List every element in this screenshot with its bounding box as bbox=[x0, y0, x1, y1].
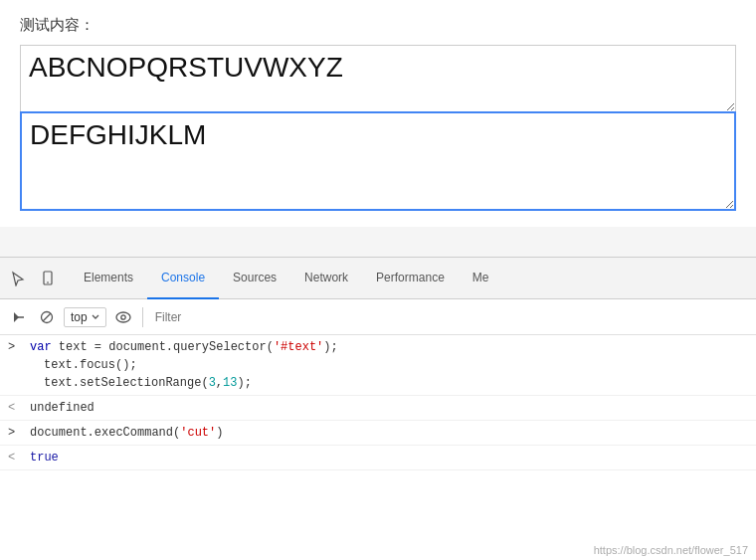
devtools-panel: Elements Console Sources Network Perform… bbox=[0, 257, 756, 560]
console-output: > var text = document.querySelector('#te… bbox=[0, 335, 756, 560]
tab-elements[interactable]: Elements bbox=[70, 258, 147, 299]
cursor-icon[interactable] bbox=[6, 267, 30, 290]
code-content-3: document.execCommand('cut') bbox=[30, 424, 748, 442]
prompt-right-1: > bbox=[8, 338, 22, 356]
content-label: 测试内容： bbox=[20, 16, 736, 35]
tab-sources[interactable]: Sources bbox=[219, 258, 290, 299]
mobile-icon[interactable] bbox=[36, 267, 60, 290]
eye-icon[interactable] bbox=[112, 306, 134, 328]
tab-console[interactable]: Console bbox=[147, 258, 219, 299]
console-toolbar: top bbox=[0, 299, 756, 335]
svg-point-6 bbox=[116, 312, 130, 322]
prompt-left-1: < bbox=[8, 399, 22, 417]
devtools-icon-group bbox=[6, 267, 60, 290]
tab-more[interactable]: Me bbox=[459, 258, 503, 299]
console-line-4: < true bbox=[0, 446, 756, 470]
filter-input[interactable] bbox=[151, 308, 748, 326]
main-content: 测试内容： ABCNOPQRSTUVWXYZ DEFGHIJKLM bbox=[0, 0, 756, 227]
tab-performance[interactable]: Performance bbox=[362, 258, 459, 299]
textarea-bottom[interactable]: DEFGHIJKLM bbox=[20, 111, 736, 211]
code-content-2: undefined bbox=[30, 399, 748, 417]
tab-network[interactable]: Network bbox=[290, 258, 362, 299]
console-line-3: > document.execCommand('cut') bbox=[0, 421, 756, 446]
svg-point-7 bbox=[120, 314, 124, 318]
prompt-right-2: > bbox=[8, 424, 22, 442]
textarea-top[interactable]: ABCNOPQRSTUVWXYZ bbox=[20, 45, 736, 112]
code-content-1: var text = document.querySelector('#text… bbox=[30, 338, 748, 392]
code-content-4: true bbox=[30, 449, 748, 467]
prompt-left-2: < bbox=[8, 449, 22, 467]
devtools-tabs-bar: Elements Console Sources Network Perform… bbox=[0, 258, 756, 299]
svg-line-5 bbox=[43, 313, 51, 321]
context-selector[interactable]: top bbox=[64, 307, 106, 327]
dropdown-arrow-icon bbox=[92, 314, 99, 320]
block-icon-button[interactable] bbox=[36, 306, 58, 328]
clear-console-button[interactable] bbox=[8, 306, 30, 328]
console-line-2: < undefined bbox=[0, 396, 756, 421]
toolbar-separator bbox=[142, 307, 143, 327]
console-line-1: > var text = document.querySelector('#te… bbox=[0, 335, 756, 396]
spacer bbox=[0, 227, 756, 257]
